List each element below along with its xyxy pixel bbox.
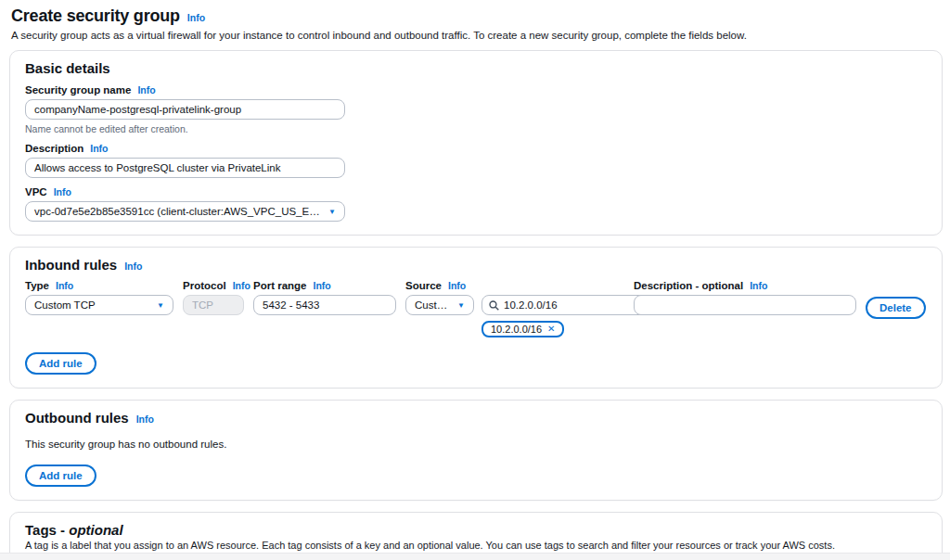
type-info-link[interactable]: Info	[56, 280, 73, 291]
protocol-column-label: Protocol	[183, 280, 226, 291]
security-group-name-help: Name cannot be edited after creation.	[25, 123, 927, 134]
security-group-name-info-link[interactable]: Info	[137, 84, 155, 95]
tags-description: A tag is a label that you assign to an A…	[25, 540, 927, 551]
description-info-link[interactable]: Info	[90, 143, 108, 154]
outbound-add-rule-button[interactable]: Add rule	[25, 465, 96, 487]
vpc-group: VPC Info vpc-0d7e5e2b85e3591cc (client-c…	[25, 186, 927, 222]
security-group-name-input[interactable]	[25, 99, 345, 120]
description-label: Description	[25, 143, 83, 154]
description-group: Description Info	[25, 143, 927, 178]
bottom-scroll-strip	[0, 553, 950, 560]
vpc-info-link[interactable]: Info	[54, 186, 71, 197]
search-icon	[489, 300, 499, 311]
chevron-down-icon: ▼	[457, 301, 465, 310]
inbound-rules-info-link[interactable]: Info	[124, 261, 142, 272]
chevron-down-icon: ▼	[328, 208, 336, 216]
outbound-rules-heading: Outbound rules	[25, 410, 129, 426]
port-range-column-label: Port range	[253, 280, 307, 291]
source-cidr-chip[interactable]: 10.2.0.0/16 ✕	[481, 321, 564, 337]
source-info-link[interactable]: Info	[448, 280, 466, 291]
tags-heading: Tags - optional	[25, 522, 123, 538]
inbound-rules-card: Inbound rules Info Type Info Custom TCP …	[9, 247, 943, 388]
type-column: Type Info Custom TCP ▼	[25, 280, 173, 337]
source-mode-select[interactable]: Custom ▼	[405, 295, 474, 315]
outbound-empty-text: This security group has no outbound rule…	[25, 439, 927, 450]
page-header: Create security group Info A security gr…	[11, 6, 943, 41]
source-mode-value: Custom	[415, 299, 450, 311]
tags-heading-optional: optional	[69, 522, 122, 538]
basic-details-card: Basic details Security group name Info N…	[9, 50, 943, 235]
port-range-column: Port range Info	[253, 280, 396, 337]
type-select[interactable]: Custom TCP ▼	[25, 295, 173, 315]
delete-rule-button[interactable]: Delete	[866, 297, 926, 319]
delete-column: Delete	[866, 280, 926, 337]
outbound-rules-info-link[interactable]: Info	[136, 414, 154, 425]
security-group-name-group: Security group name Info Name cannot be …	[25, 84, 927, 134]
security-group-name-label: Security group name	[25, 84, 131, 95]
vpc-select-value: vpc-0d7e5e2b85e3591cc (client-cluster:AW…	[34, 206, 321, 217]
create-security-group-page: Create security group Info A security gr…	[0, 0, 950, 560]
source-column: Source Info Custom ▼ ✕	[405, 280, 624, 337]
page-title: Create security group	[11, 6, 180, 26]
rule-description-column-label: Description - optional	[634, 280, 743, 291]
type-select-value: Custom TCP	[34, 299, 96, 311]
page-info-link[interactable]: Info	[187, 12, 205, 23]
remove-chip-icon[interactable]: ✕	[547, 325, 555, 334]
rule-description-input[interactable]	[634, 295, 856, 315]
rule-description-info-link[interactable]: Info	[750, 280, 767, 291]
source-chip-row: 10.2.0.0/16 ✕	[405, 320, 624, 337]
rule-description-column: Description - optional Info	[634, 280, 856, 337]
inbound-add-rule-button[interactable]: Add rule	[25, 352, 96, 375]
description-input[interactable]	[25, 158, 345, 178]
port-range-info-link[interactable]: Info	[314, 280, 331, 291]
inbound-rule-row: Type Info Custom TCP ▼ Protocol Info Por…	[25, 280, 927, 337]
basic-details-heading: Basic details	[25, 60, 110, 76]
type-column-label: Type	[25, 280, 49, 291]
vpc-select[interactable]: vpc-0d7e5e2b85e3591cc (client-cluster:AW…	[25, 201, 345, 222]
inbound-rules-heading: Inbound rules	[25, 257, 117, 273]
source-search-input[interactable]	[504, 299, 647, 311]
vpc-label: VPC	[25, 186, 47, 197]
protocol-input	[183, 295, 244, 315]
outbound-rules-card: Outbound rules Info This security group …	[9, 400, 943, 501]
protocol-column: Protocol Info	[183, 280, 244, 337]
page-subtitle: A security group acts as a virtual firew…	[11, 30, 943, 41]
port-range-input[interactable]	[253, 295, 396, 315]
source-column-label: Source	[405, 280, 442, 291]
source-cidr-chip-label: 10.2.0.0/16	[491, 324, 542, 335]
chevron-down-icon: ▼	[157, 301, 164, 310]
protocol-info-link[interactable]: Info	[233, 280, 250, 291]
